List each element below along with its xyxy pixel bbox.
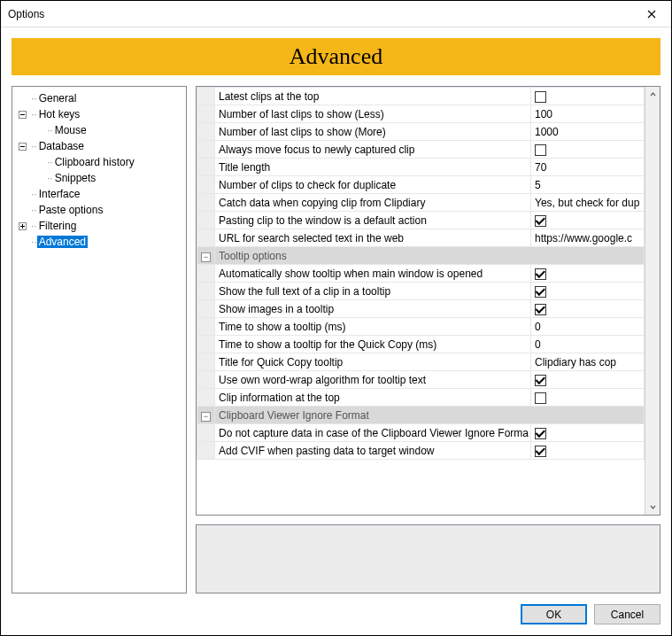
property-group-header[interactable]: −Clipboard Viewer Ignore Format	[197, 407, 645, 424]
property-value[interactable]: Yes, but check for dup	[535, 197, 639, 209]
property-row[interactable]: Use own word-wrap algorithm for tooltip …	[197, 371, 645, 389]
tree-item-label: Advanced	[37, 236, 88, 248]
checkbox[interactable]	[535, 392, 546, 404]
group-collapse-icon[interactable]: −	[201, 412, 211, 422]
checkbox[interactable]	[535, 268, 546, 280]
collapse-icon[interactable]	[18, 110, 27, 120]
property-value-cell[interactable]	[531, 442, 645, 460]
tree-spacer	[34, 158, 43, 167]
property-value-cell[interactable]	[531, 300, 645, 318]
scroll-down-button[interactable]	[645, 500, 660, 515]
property-row[interactable]: Always move focus to newly captured clip	[197, 141, 645, 159]
checkbox[interactable]	[535, 375, 546, 386]
property-group-header[interactable]: −Tooltip options	[197, 247, 645, 265]
property-value-cell[interactable]	[531, 389, 645, 407]
property-label: Latest clips at the top	[215, 88, 531, 105]
property-value-cell[interactable]	[531, 265, 645, 283]
tree-spacer	[34, 126, 43, 136]
property-row[interactable]: Number of last clips to show (Less)100	[197, 105, 645, 123]
property-label: Time to show a tooltip for the Quick Cop…	[215, 336, 531, 353]
property-row[interactable]: Time to show a tooltip (ms)0	[197, 318, 645, 336]
group-collapse-icon[interactable]: −	[201, 252, 211, 262]
property-row[interactable]: Number of last clips to show (More)1000	[197, 123, 645, 141]
property-value[interactable]: 100	[535, 108, 552, 120]
tree-item[interactable]: ·· Paste options	[12, 202, 186, 218]
tree-item[interactable]: ·· Advanced	[12, 234, 186, 250]
property-row[interactable]: Catch data when copying clip from Clipdi…	[197, 194, 645, 212]
tree-item[interactable]: ·· Hot keys	[12, 106, 186, 122]
property-value-cell[interactable]: Yes, but check for dup	[531, 194, 645, 212]
property-row[interactable]: Show the full text of a clip in a toolti…	[197, 283, 645, 300]
property-value-cell[interactable]	[531, 283, 645, 300]
tree-item[interactable]: ·· Mouse	[12, 122, 186, 138]
property-value-cell[interactable]	[531, 88, 645, 105]
property-label: Show images in a tooltip	[215, 300, 531, 318]
property-row[interactable]: Show images in a tooltip	[197, 300, 645, 318]
banner: Advanced	[12, 38, 660, 75]
property-row[interactable]: Number of clips to check for duplicate5	[197, 176, 645, 194]
property-value-cell[interactable]: 5	[531, 176, 645, 194]
property-value-cell[interactable]	[531, 424, 645, 442]
property-value-cell[interactable]: 100	[531, 105, 645, 123]
tree-item-label: Filtering	[37, 220, 79, 232]
property-label: Time to show a tooltip (ms)	[215, 318, 531, 336]
cancel-button[interactable]: Cancel	[594, 604, 660, 624]
property-value[interactable]: 5	[535, 179, 541, 191]
tree-item[interactable]: ·· Filtering	[12, 218, 186, 234]
vertical-scrollbar[interactable]	[645, 87, 660, 515]
property-label: Clip information at the top	[215, 389, 531, 407]
scroll-up-button[interactable]	[645, 87, 660, 102]
right-panel: Latest clips at the topNumber of last cl…	[196, 86, 660, 593]
checkbox[interactable]	[535, 91, 546, 103]
property-value[interactable]: Clipdiary has cop	[535, 356, 616, 368]
property-value-cell[interactable]	[531, 141, 645, 159]
property-label: Automatically show tooltip when main win…	[215, 265, 531, 283]
tree-spacer	[34, 174, 43, 183]
tree-item[interactable]: ·· Snippets	[12, 170, 186, 186]
tree-item[interactable]: ·· Clipboard history	[12, 154, 186, 170]
tree-item[interactable]: ·· Interface	[12, 186, 186, 202]
tree-spacer	[18, 206, 27, 215]
tree-item[interactable]: ·· Database	[12, 138, 186, 154]
property-value-cell[interactable]: 0	[531, 336, 645, 353]
property-row[interactable]: Pasting clip to the window is a default …	[197, 212, 645, 229]
checkbox[interactable]	[535, 144, 546, 156]
ok-button[interactable]: OK	[521, 604, 587, 624]
property-row[interactable]: Automatically show tooltip when main win…	[197, 265, 645, 283]
property-value[interactable]: https://www.google.c	[535, 232, 632, 244]
nav-tree[interactable]: ·· General·· Hot keys·· Mouse·· Database…	[12, 86, 187, 593]
property-value-cell[interactable]: 1000	[531, 123, 645, 141]
tree-item-label: General	[37, 92, 79, 105]
scroll-track[interactable]	[645, 102, 660, 500]
property-value-cell[interactable]	[531, 371, 645, 389]
checkbox[interactable]	[535, 446, 546, 457]
property-grid[interactable]: Latest clips at the topNumber of last cl…	[197, 87, 645, 515]
property-value[interactable]: 1000	[535, 126, 559, 138]
property-value[interactable]: 70	[535, 161, 546, 174]
checkbox[interactable]	[535, 304, 546, 315]
property-value[interactable]: 0	[535, 321, 541, 333]
property-row[interactable]: Do not capture data in case of the Clipb…	[197, 424, 645, 442]
property-value-cell[interactable]	[531, 212, 645, 229]
property-row[interactable]: Latest clips at the top	[197, 88, 645, 105]
property-value-cell[interactable]: https://www.google.c	[531, 229, 645, 247]
property-value-cell[interactable]: 0	[531, 318, 645, 336]
tree-item[interactable]: ·· General	[12, 90, 186, 106]
collapse-icon[interactable]	[18, 142, 27, 151]
property-label: Use own word-wrap algorithm for tooltip …	[215, 371, 531, 389]
property-row[interactable]: Title for Quick Copy tooltip Clipdiary h…	[197, 353, 645, 371]
property-label: Catch data when copying clip from Clipdi…	[215, 194, 531, 212]
property-row[interactable]: Add CVIF when pasting data to target win…	[197, 442, 645, 460]
close-button[interactable]	[631, 1, 671, 27]
checkbox[interactable]	[535, 215, 546, 227]
property-row[interactable]: Clip information at the top	[197, 389, 645, 407]
checkbox[interactable]	[535, 428, 546, 439]
property-value[interactable]: 0	[535, 338, 541, 351]
property-row[interactable]: Time to show a tooltip for the Quick Cop…	[197, 336, 645, 353]
property-value-cell[interactable]: 70	[531, 159, 645, 176]
property-row[interactable]: URL for search selected text in the webh…	[197, 229, 645, 247]
property-value-cell[interactable]: Clipdiary has cop	[531, 353, 645, 371]
expand-icon[interactable]	[18, 221, 27, 231]
checkbox[interactable]	[535, 286, 546, 298]
property-row[interactable]: Title length70	[197, 159, 645, 176]
